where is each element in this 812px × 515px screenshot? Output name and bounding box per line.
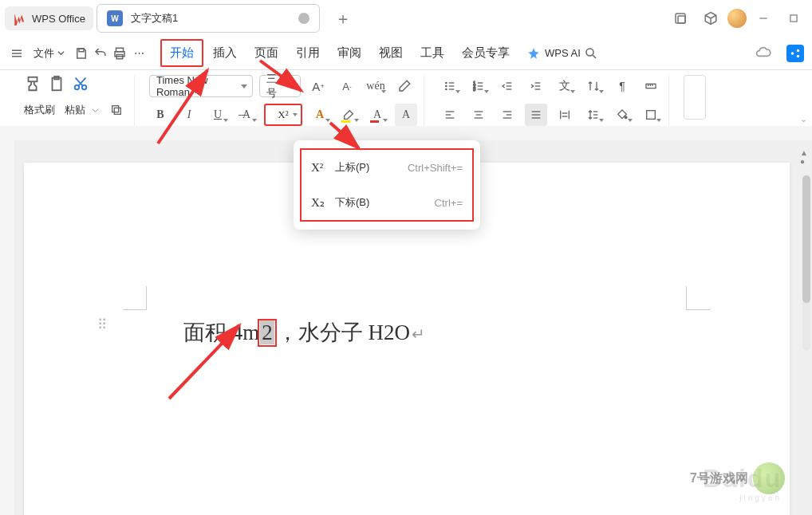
bullets-button[interactable]	[439, 75, 461, 97]
document-text[interactable]: 面积 4m2，水分子 H2O↵	[183, 318, 425, 347]
shading-button[interactable]: A	[395, 104, 417, 126]
tab-view[interactable]: 视图	[371, 41, 411, 65]
tab-insert[interactable]: 插入	[205, 41, 245, 65]
tab-home[interactable]: 开始	[160, 39, 203, 67]
drag-handle-icon[interactable]: ⠿	[97, 322, 108, 328]
indent-icon	[530, 80, 542, 92]
maximize-icon[interactable]	[785, 10, 802, 27]
margin-guide-tr	[686, 286, 710, 310]
borders-button[interactable]	[640, 104, 662, 126]
style-gallery[interactable]	[684, 75, 706, 120]
side-pin[interactable]: ▲●	[799, 148, 809, 166]
align-justify-icon	[530, 108, 542, 121]
window-tile-icon[interactable]	[672, 10, 689, 27]
font-color-button[interactable]: A	[366, 104, 388, 126]
svg-point-13	[791, 52, 794, 55]
svg-text:3: 3	[473, 87, 475, 92]
clear-format-button[interactable]	[393, 75, 416, 97]
minimize-icon[interactable]	[755, 10, 772, 27]
numbering-icon: 123	[472, 80, 485, 92]
package-icon[interactable]	[702, 10, 719, 27]
font-name-combo[interactable]: Times New Roman	[149, 75, 253, 97]
tab-vip[interactable]: 会员专享	[454, 41, 518, 65]
ribbon: 格式刷 粘贴 Times New Roman 三号 A+ A- wén B I …	[0, 70, 812, 126]
cloud-icon[interactable]	[755, 45, 772, 62]
align-justify-button[interactable]	[525, 104, 547, 126]
app-tab[interactable]: WPS Office	[5, 6, 93, 30]
phonetic-guide-button[interactable]: wén	[365, 75, 387, 97]
eraser-icon	[397, 79, 412, 93]
bold-button[interactable]: B	[149, 104, 171, 126]
format-painter-button[interactable]	[24, 75, 41, 92]
save-icon[interactable]	[73, 45, 90, 62]
tab-reference[interactable]: 引用	[288, 41, 328, 65]
styles-group	[677, 75, 712, 126]
search-icon[interactable]	[582, 45, 600, 62]
decrease-indent-button[interactable]	[496, 75, 518, 97]
highlighter-icon	[342, 108, 355, 121]
svg-point-25	[446, 82, 447, 83]
sort-icon	[587, 80, 600, 92]
paste-button[interactable]	[48, 75, 65, 92]
share-button[interactable]	[786, 45, 804, 62]
copy-button[interactable]	[105, 99, 128, 121]
text-prefix: 面积 4m	[183, 318, 259, 347]
more-icon[interactable]: ⋯	[130, 45, 148, 62]
numbering-button[interactable]: 123	[467, 75, 490, 97]
clipboard-icon	[48, 75, 65, 92]
strikethrough-button[interactable]: A	[235, 104, 258, 126]
increase-indent-button[interactable]	[525, 75, 547, 97]
print-icon[interactable]	[111, 45, 128, 62]
superscript-dropdown-button[interactable]: X²	[264, 104, 302, 126]
menubar: 文件 ⋯ 开始 插入 页面 引用 审阅 视图 工具 会员专享 WPS AI	[0, 37, 812, 70]
italic-button[interactable]: I	[178, 104, 200, 126]
badge-text: 7号游戏网	[690, 470, 748, 487]
align-right-button[interactable]	[496, 104, 518, 126]
svg-rect-1	[678, 16, 685, 23]
watermark-small: jingyan	[703, 493, 782, 502]
superscript-label: 上标(P)	[335, 160, 369, 175]
underline-button[interactable]: U	[207, 104, 229, 126]
superscript-option[interactable]: X² 上标(P) Ctrl+Shift+=	[302, 150, 472, 185]
svg-rect-7	[79, 49, 84, 52]
sort-button[interactable]	[582, 75, 605, 97]
close-tab-icon[interactable]	[298, 13, 309, 24]
undo-icon[interactable]	[92, 45, 109, 62]
wps-ai-button[interactable]: WPS AI	[527, 47, 581, 60]
tab-review[interactable]: 审阅	[329, 41, 369, 65]
paragraph-mark-icon: ↵	[412, 324, 425, 344]
distribute-button[interactable]	[554, 104, 576, 126]
highlight-button[interactable]	[337, 104, 360, 126]
cut-button[interactable]	[72, 75, 89, 92]
copy-icon	[110, 104, 123, 116]
svg-rect-0	[676, 14, 685, 23]
shrink-font-button[interactable]: A-	[336, 75, 358, 97]
font-size-combo[interactable]: 三号	[259, 75, 301, 97]
tab-stops-button[interactable]	[640, 75, 662, 97]
align-center-button[interactable]	[467, 104, 490, 126]
fill-color-button[interactable]	[611, 104, 633, 126]
user-avatar[interactable]	[727, 9, 747, 28]
tab-tools[interactable]: 工具	[412, 41, 452, 65]
align-left-button[interactable]	[439, 104, 461, 126]
svg-point-27	[446, 85, 447, 86]
subscript-option[interactable]: X₂ 下标(B) Ctrl+=	[302, 185, 472, 220]
vertical-scrollbar[interactable]	[802, 175, 810, 351]
outdent-icon	[501, 80, 514, 92]
ribbon-expand-icon[interactable]: ⌄	[800, 114, 807, 124]
tab-page[interactable]: 页面	[246, 41, 286, 65]
file-menu[interactable]: 文件	[27, 43, 71, 64]
scroll-thumb[interactable]	[802, 175, 810, 303]
show-marks-button[interactable]: ¶	[611, 75, 633, 97]
format-painter-label: 格式刷	[24, 103, 55, 117]
shortcut-text: Ctrl+Shift+=	[408, 162, 463, 174]
line-spacing-button[interactable]	[582, 104, 605, 126]
app-name: WPS Office	[32, 13, 85, 25]
document-tab[interactable]: W 文字文稿1	[97, 4, 320, 33]
text-effects-button[interactable]: A	[309, 104, 331, 126]
text-direction-button[interactable]: 文	[554, 75, 576, 97]
hamburger-icon[interactable]	[8, 45, 26, 62]
line-spacing-icon	[587, 108, 600, 121]
new-tab-button[interactable]: ＋	[331, 8, 355, 29]
grow-font-button[interactable]: A+	[307, 75, 329, 97]
